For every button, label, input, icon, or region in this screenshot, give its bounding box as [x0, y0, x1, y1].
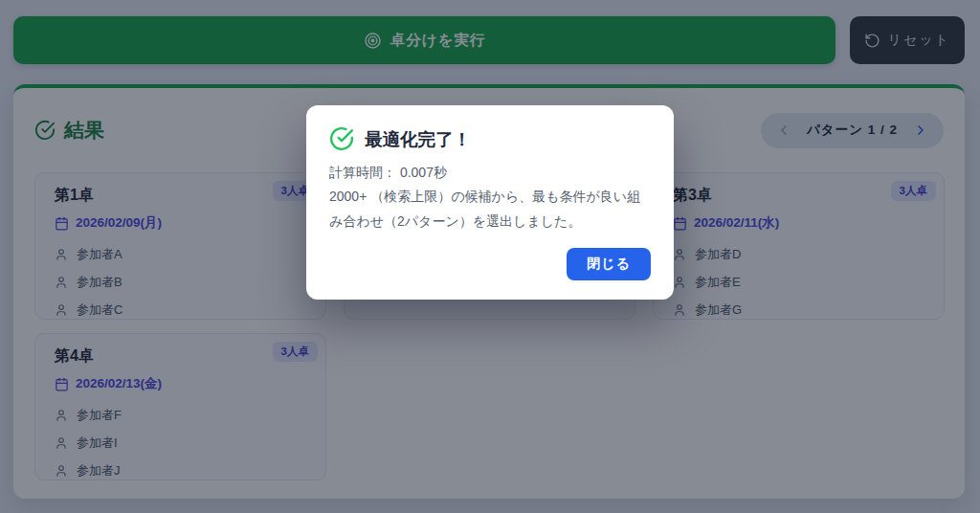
modal-title: 最適化完了！	[365, 127, 471, 151]
optimization-complete-modal: 最適化完了！ 計算時間： 0.007秒 2000+ （検索上限）の候補から、最も…	[306, 105, 674, 300]
close-modal-button[interactable]: 閉じる	[567, 248, 651, 280]
modal-detail: 2000+ （検索上限）の候補から、最も条件が良い組み合わせ（2パターン）を選出…	[329, 185, 651, 233]
modal-header: 最適化完了！	[329, 126, 651, 151]
check-circle-icon	[329, 126, 354, 151]
modal-footer: 閉じる	[329, 248, 651, 280]
modal-calc-time: 計算時間： 0.007秒	[329, 162, 651, 183]
app-root: 卓分けを実行 リセット 結果	[0, 0, 980, 513]
